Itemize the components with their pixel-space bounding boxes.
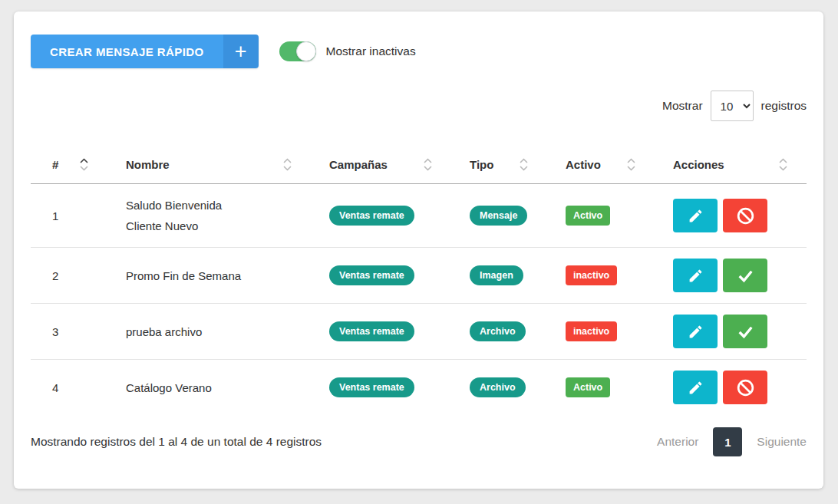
row-nombre: Catálogo Verano: [107, 360, 311, 416]
edit-button[interactable]: [673, 371, 718, 404]
table-row: 3 prueba archivo Ventas remate Archivo i…: [31, 304, 807, 360]
table-header-row: # Nombre Campañas: [31, 148, 807, 184]
block-icon: [735, 377, 756, 398]
check-icon: [736, 266, 755, 285]
column-header-activo[interactable]: Activo: [547, 148, 655, 184]
table-row: 1 Saludo Bienvenida Cliente Nuevo Ventas…: [31, 184, 807, 248]
create-quick-message-button[interactable]: CREAR MENSAJE RÁPIDO +: [31, 35, 259, 68]
row-number: 4: [31, 360, 107, 416]
sort-icon[interactable]: [627, 157, 635, 172]
column-header-activo-label: Activo: [566, 158, 601, 171]
show-inactive-toggle[interactable]: [279, 41, 316, 61]
sort-icon[interactable]: [424, 157, 432, 172]
sort-icon[interactable]: [520, 157, 528, 172]
deactivate-button[interactable]: [723, 199, 767, 232]
show-inactive-label: Mostrar inactivas: [326, 44, 416, 58]
block-icon: [735, 206, 756, 226]
column-header-acciones-label: Acciones: [673, 158, 724, 171]
edit-button[interactable]: [673, 259, 718, 292]
row-number: 2: [31, 248, 107, 304]
campaign-badge: Ventas remate: [329, 321, 414, 341]
status-badge: inactivo: [566, 265, 617, 285]
edit-button[interactable]: [673, 199, 718, 232]
tipo-badge: Imagen: [470, 265, 523, 285]
quick-messages-card: CREAR MENSAJE RÁPIDO + Mostrar inactivas…: [14, 12, 823, 489]
activate-button[interactable]: [723, 315, 767, 348]
status-badge: Activo: [566, 206, 610, 226]
tipo-badge: Archivo: [470, 377, 526, 397]
edit-button[interactable]: [673, 315, 718, 348]
quick-messages-table: # Nombre Campañas: [31, 148, 807, 415]
length-prefix-label: Mostrar: [662, 99, 703, 113]
plus-icon: +: [223, 35, 259, 68]
pencil-icon: [688, 268, 704, 284]
table-footer: Mostrando registros del 1 al 4 de un tot…: [31, 427, 807, 456]
column-header-tipo-label: Tipo: [470, 158, 493, 171]
create-quick-message-label: CREAR MENSAJE RÁPIDO: [31, 35, 223, 68]
page-length-control: Mostrar 10 registros: [31, 91, 807, 121]
show-inactive-toggle-group: Mostrar inactivas: [279, 41, 416, 61]
records-info-label: Mostrando registros del 1 al 4 de un tot…: [31, 435, 322, 449]
row-nombre: prueba archivo: [107, 304, 311, 360]
campaign-badge: Ventas remate: [329, 377, 414, 397]
pencil-icon: [688, 324, 704, 340]
table-row: 2 Promo Fin de Semana Ventas remate Imag…: [31, 248, 807, 304]
check-icon: [736, 322, 755, 341]
toggle-knob-icon: [296, 41, 316, 61]
page-length-select[interactable]: 10: [711, 91, 754, 121]
column-header-num[interactable]: #: [31, 148, 107, 184]
row-number: 3: [31, 304, 107, 360]
column-header-tipo[interactable]: Tipo: [451, 148, 547, 184]
column-header-num-label: #: [52, 158, 58, 171]
campaign-badge: Ventas remate: [329, 206, 414, 226]
sort-icon[interactable]: [779, 157, 787, 172]
column-header-nombre-label: Nombre: [126, 158, 170, 171]
row-nombre: Promo Fin de Semana: [107, 248, 311, 304]
status-badge: inactivo: [566, 321, 617, 341]
table-row: 4 Catálogo Verano Ventas remate Archivo …: [31, 360, 807, 416]
row-nombre: Saludo Bienvenida Cliente Nuevo: [107, 184, 311, 248]
pagination-next[interactable]: Siguiente: [757, 435, 807, 449]
toolbar: CREAR MENSAJE RÁPIDO + Mostrar inactivas: [31, 35, 807, 68]
pagination: Anterior 1 Siguiente: [657, 427, 807, 456]
sort-icon[interactable]: [80, 157, 88, 172]
column-header-campanas-label: Campañas: [329, 158, 388, 171]
pencil-icon: [688, 380, 704, 396]
tipo-badge: Archivo: [470, 321, 526, 341]
pagination-current-page[interactable]: 1: [713, 427, 742, 456]
pagination-previous[interactable]: Anterior: [657, 435, 698, 449]
length-suffix-label: registros: [761, 99, 807, 113]
status-badge: Activo: [566, 377, 610, 397]
pencil-icon: [688, 208, 704, 224]
column-header-campanas[interactable]: Campañas: [311, 148, 451, 184]
activate-button[interactable]: [723, 259, 767, 292]
row-number: 1: [31, 184, 107, 248]
column-header-nombre[interactable]: Nombre: [107, 148, 311, 184]
tipo-badge: Mensaje: [470, 206, 527, 226]
campaign-badge: Ventas remate: [329, 265, 414, 285]
sort-icon[interactable]: [283, 157, 292, 172]
deactivate-button[interactable]: [723, 371, 767, 404]
column-header-acciones[interactable]: Acciones: [655, 148, 807, 184]
